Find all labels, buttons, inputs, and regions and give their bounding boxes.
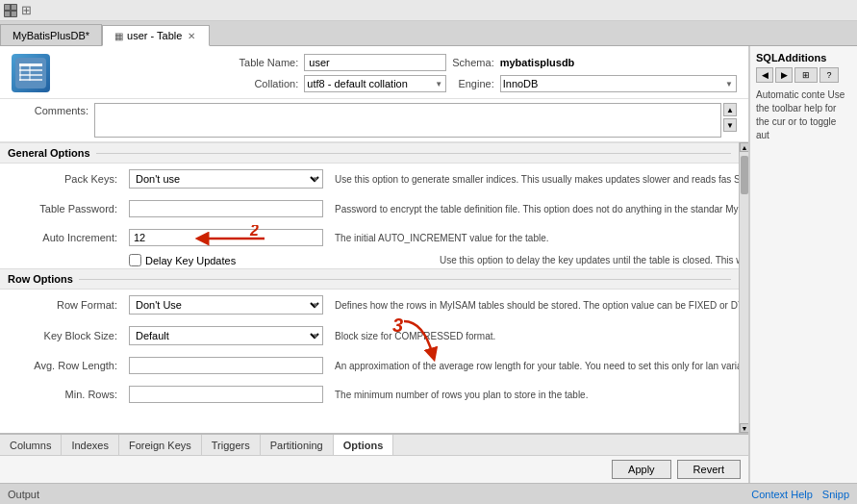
row-options-label: Row Options bbox=[8, 273, 73, 285]
general-options-header: General Options bbox=[0, 142, 739, 164]
scroll-down-btn[interactable]: ▼ bbox=[723, 118, 737, 132]
delay-key-desc: Use this option to delay the key updates… bbox=[432, 252, 739, 268]
sidebar-btn-left[interactable]: ◀ bbox=[756, 67, 773, 83]
table-icon bbox=[12, 54, 50, 92]
table-password-control bbox=[125, 198, 327, 219]
min-rows-control bbox=[125, 384, 327, 405]
svg-rect-9 bbox=[19, 63, 21, 81]
svg-rect-2 bbox=[5, 12, 10, 16]
min-rows-row: Min. Rows: The minimum number of rows yo… bbox=[0, 380, 739, 409]
main-layout: Table Name: Schema: mybatisplusdb Collat… bbox=[0, 46, 857, 483]
sidebar-title: SQLAdditions bbox=[756, 52, 851, 63]
tab-user-table-label: user - Table bbox=[127, 30, 182, 41]
row-options-header: Row Options bbox=[0, 268, 739, 290]
row-format-control: Don't Use Default Fixed Dynamic Compress… bbox=[125, 293, 327, 316]
schema-label: Schema: bbox=[452, 57, 493, 68]
action-bar: Apply Revert bbox=[0, 455, 748, 483]
left-panel: Table Name: Schema: mybatisplusdb Collat… bbox=[0, 46, 749, 483]
avg-row-length-control bbox=[125, 355, 327, 376]
pack-keys-select[interactable]: Don't use Default Pack All bbox=[129, 169, 323, 189]
collation-select[interactable]: utf8 - default collation bbox=[304, 75, 446, 92]
tab-mybatis-label: MyBatisPlusDB* bbox=[13, 30, 89, 41]
table-info-section: Table Name: Schema: mybatisplusdb Collat… bbox=[0, 46, 748, 99]
comments-input[interactable] bbox=[94, 103, 721, 138]
tab-triggers[interactable]: Triggers bbox=[202, 435, 261, 455]
row-format-label: Row Format: bbox=[0, 293, 125, 316]
row-format-select[interactable]: Don't Use Default Fixed Dynamic Compress… bbox=[129, 295, 323, 315]
options-scroll-area[interactable]: General Options Pack Keys: Don't use Def… bbox=[0, 142, 748, 433]
avg-row-length-input[interactable] bbox=[129, 357, 323, 374]
tab-user-table[interactable]: ▦ user - Table ✕ bbox=[102, 25, 210, 46]
delay-key-row: Delay Key Updates Use this option to del… bbox=[0, 252, 739, 268]
tab-mybatis[interactable]: MyBatisPlusDB* bbox=[0, 24, 102, 45]
key-block-size-label: Key Block Size: bbox=[0, 324, 125, 347]
tab-columns[interactable]: Columns bbox=[0, 435, 62, 455]
tab-foreign-keys[interactable]: Foreign Keys bbox=[119, 435, 202, 455]
pack-keys-label: Pack Keys: bbox=[0, 167, 125, 190]
status-bar: Output Context Help Snipp bbox=[0, 483, 857, 504]
avg-row-length-desc: An approximation of the average row leng… bbox=[327, 355, 739, 376]
star-icon: ⊞ bbox=[21, 3, 32, 17]
delay-key-label: Delay Key Updates bbox=[145, 255, 236, 266]
right-sidebar: SQLAdditions ◀ ▶ ⊞ ? Automatic conte Use… bbox=[749, 46, 857, 483]
key-block-size-control: Default 1 2 4 8 16 bbox=[125, 324, 327, 347]
auto-increment-row: Auto Increment: The initial AUTO_INCREME… bbox=[0, 223, 739, 252]
table-name-input[interactable] bbox=[304, 54, 446, 71]
user-table-icon: ▦ bbox=[114, 31, 123, 41]
tab-indexes[interactable]: Indexes bbox=[62, 435, 119, 455]
table-password-label: Table Password: bbox=[0, 198, 125, 219]
close-icon[interactable]: ✕ bbox=[186, 31, 197, 41]
min-rows-input[interactable] bbox=[129, 386, 323, 403]
scroll-up-arrow[interactable]: ▲ bbox=[740, 142, 748, 152]
pack-keys-control: Don't use Default Pack All bbox=[125, 167, 327, 190]
general-options-label: General Options bbox=[8, 147, 90, 159]
svg-rect-0 bbox=[5, 5, 10, 10]
avg-row-length-row: Avg. Row Length: An approximation of the… bbox=[0, 351, 739, 380]
tab-partitioning[interactable]: Partitioning bbox=[261, 435, 334, 455]
table-password-desc: Password to encrypt the table definition… bbox=[327, 198, 739, 219]
sidebar-help-text: Automatic conte Use the toolbar help for… bbox=[756, 88, 851, 142]
min-rows-label: Min. Rows: bbox=[0, 384, 125, 405]
revert-button[interactable]: Revert bbox=[677, 460, 741, 479]
table-name-label: Table Name: bbox=[62, 57, 298, 68]
apply-button[interactable]: Apply bbox=[612, 460, 671, 479]
snippets-link[interactable]: Snipp bbox=[822, 489, 849, 500]
schema-value: mybatisplusdb bbox=[500, 57, 737, 68]
sidebar-btn-right[interactable]: ▶ bbox=[775, 67, 793, 83]
collation-label: Collation: bbox=[62, 78, 298, 89]
key-block-size-row: Key Block Size: Default 1 2 4 8 bbox=[0, 320, 739, 351]
scroll-up-btn[interactable]: ▲ bbox=[723, 103, 737, 116]
bottom-tab-bar: Columns Indexes Foreign Keys Triggers Pa… bbox=[0, 434, 748, 455]
context-help-link[interactable]: Context Help bbox=[751, 489, 813, 500]
comments-section: Comments: ▲ ▼ bbox=[0, 99, 748, 142]
row-format-desc: Defines how the rows in MyISAM tables sh… bbox=[327, 293, 739, 316]
auto-increment-label: Auto Increment: bbox=[0, 227, 125, 248]
sidebar-btn-opt[interactable]: ? bbox=[819, 67, 839, 83]
sidebar-btn-func[interactable]: ⊞ bbox=[794, 67, 818, 83]
min-rows-desc: The minimum number of rows you plan to s… bbox=[327, 384, 739, 405]
table-password-row: Table Password: Password to encrypt the … bbox=[0, 194, 739, 223]
scroll-down-arrow[interactable]: ▼ bbox=[740, 423, 748, 433]
row-format-row: Row Format: Don't Use Default Fixed Dyna… bbox=[0, 290, 739, 320]
svg-rect-10 bbox=[29, 63, 31, 81]
avg-row-length-label: Avg. Row Length: bbox=[0, 355, 125, 376]
top-toolbar: ⊞ bbox=[0, 0, 857, 21]
scroll-thumb[interactable] bbox=[741, 156, 748, 194]
engine-label: Engine: bbox=[452, 78, 493, 89]
auto-increment-desc: The initial AUTO_INCREMENT value for the… bbox=[327, 227, 739, 248]
key-block-size-desc: Block size for COMPRESSED format. bbox=[327, 324, 739, 347]
key-block-size-select[interactable]: Default 1 2 4 8 16 bbox=[129, 326, 323, 345]
output-label: Output bbox=[8, 489, 39, 500]
auto-increment-control bbox=[125, 227, 327, 248]
svg-rect-3 bbox=[12, 12, 16, 16]
auto-increment-input[interactable] bbox=[129, 229, 323, 246]
table-password-input[interactable] bbox=[129, 200, 323, 217]
pack-keys-row: Pack Keys: Don't use Default Pack All bbox=[0, 164, 739, 194]
svg-rect-1 bbox=[12, 5, 16, 10]
sidebar-toolbar: ◀ ▶ ⊞ ? bbox=[756, 67, 851, 83]
delay-key-checkbox[interactable] bbox=[129, 254, 141, 266]
engine-select[interactable]: InnoDB bbox=[500, 75, 737, 92]
grid-icon bbox=[4, 4, 17, 17]
vertical-scrollbar[interactable]: ▲ ▼ bbox=[739, 142, 748, 433]
tab-options[interactable]: Options bbox=[334, 435, 394, 455]
